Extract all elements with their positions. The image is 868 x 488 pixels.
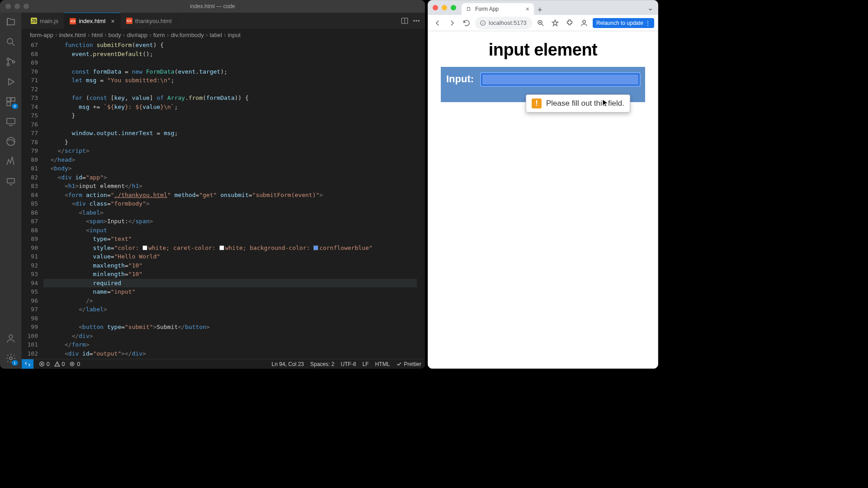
minimize-dot[interactable] xyxy=(14,4,20,9)
extensions-badge: 4 xyxy=(12,103,18,109)
maximize-dot[interactable] xyxy=(24,4,29,9)
close-icon[interactable]: × xyxy=(526,5,529,13)
svg-point-14 xyxy=(416,20,417,21)
back-button[interactable] xyxy=(432,17,443,29)
validation-message: Please fill out this field. xyxy=(546,99,624,108)
svg-rect-5 xyxy=(11,98,15,101)
close-icon[interactable]: × xyxy=(111,18,114,24)
encoding-status[interactable]: UTF-8 xyxy=(341,361,356,367)
language-status[interactable]: HTML xyxy=(375,361,390,367)
validation-tooltip: ! Please fill out this field. xyxy=(526,94,630,113)
traffic-lights xyxy=(0,4,29,9)
close-dot[interactable] xyxy=(433,5,438,10)
close-dot[interactable] xyxy=(5,4,11,9)
html-file-icon: <> xyxy=(70,18,76,24)
bookmark-icon[interactable] xyxy=(549,17,561,29)
run-debug-icon[interactable] xyxy=(5,76,17,88)
reload-button[interactable] xyxy=(461,17,472,29)
split-editor-icon[interactable] xyxy=(401,17,409,25)
remote-explorer-icon[interactable] xyxy=(5,116,17,127)
window-title: index.html — code xyxy=(190,3,235,9)
profiler-icon[interactable] xyxy=(5,155,17,167)
kebab-icon: ⋮ xyxy=(645,20,651,26)
more-actions-icon[interactable] xyxy=(412,17,420,25)
remote-indicator[interactable] xyxy=(22,359,33,369)
address-bar[interactable]: localhost:5173 xyxy=(475,17,532,29)
maximize-dot[interactable] xyxy=(451,5,456,10)
activity-bar: 4 1 xyxy=(0,13,22,369)
svg-point-15 xyxy=(418,20,419,21)
minimap[interactable] xyxy=(417,41,425,359)
prettier-status[interactable]: Prettier xyxy=(396,361,421,367)
input-label: Input: xyxy=(446,73,474,85)
tab-favicon: 🗋 xyxy=(466,6,472,12)
accounts-icon[interactable] xyxy=(5,333,17,344)
warning-icon: ! xyxy=(532,99,542,108)
browser-viewport: input element Input: ! Please fill out t… xyxy=(428,31,658,368)
site-info-icon[interactable] xyxy=(480,20,486,26)
expand-tabs-icon[interactable]: ⌄ xyxy=(647,4,658,12)
vscode-window: index.html — code 4 1 JSmain.js <>index.… xyxy=(0,0,425,369)
html-file-icon: <> xyxy=(126,18,132,24)
relaunch-button[interactable]: Relaunch to update⋮ xyxy=(593,18,654,28)
svg-point-10 xyxy=(9,335,13,338)
text-input[interactable] xyxy=(481,73,640,86)
svg-point-1 xyxy=(7,58,9,61)
errors-count[interactable]: 0 xyxy=(39,361,50,367)
url-text: localhost:5173 xyxy=(489,19,527,26)
svg-point-0 xyxy=(7,38,13,44)
explorer-icon[interactable] xyxy=(5,16,17,28)
tab-thankyou-html[interactable]: <>thankyou.html xyxy=(121,13,178,29)
browser-window: 🗋 Form App × + ⌄ localhost:5173 Relaunch… xyxy=(428,0,658,369)
zoom-icon[interactable] xyxy=(535,17,547,29)
extensions-icon[interactable]: 4 xyxy=(5,96,17,108)
tab-main-js[interactable]: JSmain.js xyxy=(25,13,64,29)
svg-point-21 xyxy=(583,20,585,23)
forward-button[interactable] xyxy=(446,17,458,29)
status-bar: 0 0 0 Ln 94, Col 23 Spaces: 2 UTF-8 LF H… xyxy=(22,359,425,369)
editor-tabs: JSmain.js <>index.html× <>thankyou.html xyxy=(22,13,425,29)
svg-point-11 xyxy=(9,357,12,360)
svg-rect-4 xyxy=(7,98,10,101)
extensions-icon[interactable] xyxy=(564,17,576,29)
minimize-dot[interactable] xyxy=(442,5,447,10)
remote-icon[interactable] xyxy=(5,175,17,187)
svg-rect-6 xyxy=(7,102,10,106)
breadcrumb[interactable]: form-app› index.html› html› body› div#ap… xyxy=(22,29,425,41)
edge-tools-icon[interactable] xyxy=(5,136,17,147)
cursor-position[interactable]: Ln 94, Col 23 xyxy=(272,361,304,367)
new-tab-button[interactable]: + xyxy=(534,5,546,15)
browser-traffic-lights xyxy=(433,5,456,10)
tab-index-html[interactable]: <>index.html× xyxy=(64,13,120,29)
eol-status[interactable]: LF xyxy=(363,361,369,367)
browser-tab[interactable]: 🗋 Form App × xyxy=(462,3,534,15)
browser-toolbar: localhost:5173 Relaunch to update⋮ xyxy=(428,15,658,31)
settings-gear-icon[interactable]: 1 xyxy=(5,352,17,364)
svg-point-13 xyxy=(414,20,415,21)
settings-badge: 1 xyxy=(12,360,18,366)
svg-rect-7 xyxy=(7,118,15,124)
warnings-count[interactable]: 0 xyxy=(54,361,65,367)
code-editor[interactable]: 6768697071727374757677787980818283848586… xyxy=(22,41,425,359)
vscode-titlebar: index.html — code xyxy=(0,0,425,13)
code-content[interactable]: function submitForm(event) { event.preve… xyxy=(43,41,425,359)
indent-status[interactable]: Spaces: 2 xyxy=(310,361,334,367)
svg-rect-9 xyxy=(7,178,14,183)
browser-titlebar: 🗋 Form App × + ⌄ xyxy=(428,0,658,15)
ports-count[interactable]: 0 xyxy=(69,361,80,367)
source-control-icon[interactable] xyxy=(5,56,17,68)
svg-point-18 xyxy=(71,362,75,366)
line-gutter: 6768697071727374757677787980818283848586… xyxy=(22,41,43,359)
profile-icon[interactable] xyxy=(578,17,590,29)
page-title: input element xyxy=(428,40,658,60)
search-icon[interactable] xyxy=(5,36,17,48)
js-file-icon: JS xyxy=(31,18,37,24)
svg-point-17 xyxy=(71,363,73,365)
svg-point-2 xyxy=(7,64,9,66)
